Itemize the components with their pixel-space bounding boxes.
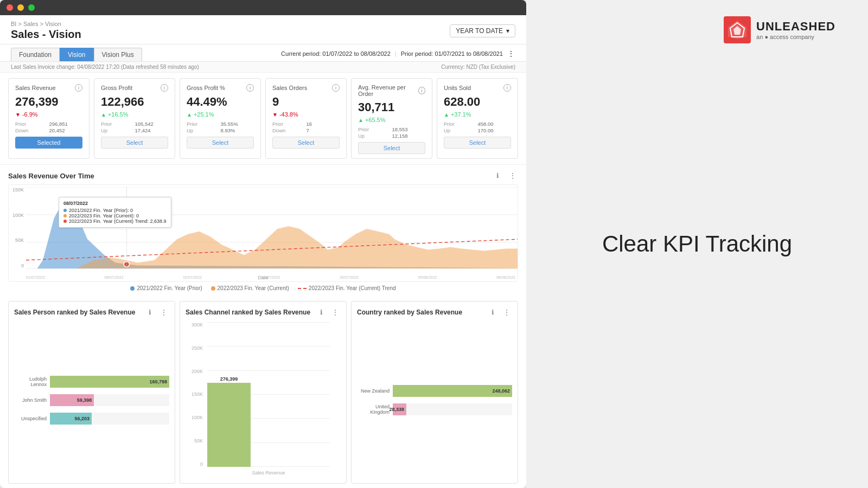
period-info: Current period: 01/07/2022 to 08/08/2022… — [281, 49, 515, 60]
page-header: BI > Sales > Vision Sales - Vision YEAR … — [0, 15, 526, 44]
kpi-select-btn-1[interactable]: Select — [101, 137, 168, 149]
kpi-change-2: ▲ +25.1% — [187, 111, 254, 118]
kpi-details-2: Prior 35.55% Up 8.93% — [187, 121, 254, 133]
bottom-chart-info-1[interactable]: ℹ — [316, 307, 327, 318]
bottom-chart-title-2: Country ranked by Sales Revenue — [357, 309, 462, 316]
kpi-info-icon-5[interactable]: i — [503, 84, 511, 92]
kpi-label-1: Gross Profit — [101, 85, 132, 91]
kpi-select-btn-4[interactable]: Select — [358, 142, 425, 154]
bar-row-0-1: John Smith 59,398 — [14, 394, 169, 406]
kpi-details-1: Prior 105,542 Up 17,424 — [101, 121, 168, 133]
bottom-charts: Sales Person ranked by Sales Revenue ℹ ⋮… — [0, 297, 526, 488]
bottom-chart-header-2: Country ranked by Sales Revenue ℹ ⋮ — [357, 307, 512, 318]
info-bar: Last Sales Invoice change: 04/08/2022 17… — [0, 62, 526, 73]
kpi-label-4: Avg. Revenue per Order — [358, 84, 418, 97]
kpi-select-btn-2[interactable]: Select — [187, 137, 254, 149]
bottom-chart-options-0[interactable]: ⋮ — [158, 307, 169, 318]
kpi-value-2: 44.49% — [187, 95, 254, 109]
chevron-down-icon: ▾ — [506, 27, 509, 35]
bar-chart-area-0: Ludolph Lennox 160,798 John Smith 59,398 — [14, 322, 169, 478]
kpi-arrow-2: ▲ — [187, 112, 192, 118]
kpi-info-icon-2[interactable]: i — [246, 84, 254, 92]
chart-info-icon[interactable]: ℹ — [492, 170, 503, 181]
kpi-label-0: Sales Revenue — [15, 85, 56, 91]
kpi-value-5: 628.00 — [444, 95, 511, 109]
tab-vision[interactable]: Vision — [60, 48, 93, 61]
kpi-select-btn-0[interactable]: Selected — [15, 137, 82, 149]
kpi-info-icon-4[interactable]: i — [418, 87, 425, 94]
bottom-chart-0: Sales Person ranked by Sales Revenue ℹ ⋮… — [8, 301, 175, 484]
bottom-chart-options-2[interactable]: ⋮ — [501, 307, 512, 318]
sales-channel-chart: 300K250K200K150K100K50K0 276,399 Sales R… — [186, 322, 341, 478]
period-options-button[interactable]: ⋮ — [507, 49, 515, 58]
kpi-change-3: ▼ -43.8% — [272, 111, 340, 118]
logo-sub: an ● access company — [756, 34, 835, 40]
minimize-dot[interactable] — [17, 4, 24, 11]
kpi-details-4: Prior 18,553 Up 12,158 — [358, 126, 425, 139]
bottom-chart-header-0: Sales Person ranked by Sales Revenue ℹ ⋮ — [14, 307, 169, 318]
bar-row-0-2: Unspecified 56,203 — [14, 413, 169, 425]
kpi-label-3: Sales Orders — [272, 85, 307, 91]
bar-row-2-1: United Kingdom 28,338 — [357, 403, 512, 415]
time-chart-section: Sales Revenue Over Time ℹ ⋮ 150K 100K 50… — [0, 165, 526, 297]
kpi-label-5: Units Sold — [444, 85, 471, 91]
kpi-change-5: ▲ +37.1% — [444, 111, 511, 118]
page-title: Sales - Vision — [11, 28, 81, 41]
tab-foundation[interactable]: Foundation — [11, 48, 60, 61]
kpi-select-btn-5[interactable]: Select — [444, 137, 511, 149]
logo-area: UNLEASHED an ● access company — [724, 16, 835, 43]
tagline: Clear KPI Tracking — [602, 229, 792, 259]
kpi-card-1: Gross Profit i 122,966 ▲ +16.5% Prior 10… — [94, 78, 175, 159]
kpi-info-icon-1[interactable]: i — [161, 84, 168, 92]
kpi-card-4: Avg. Revenue per Order i 30,711 ▲ +65.5%… — [351, 78, 432, 159]
kpi-value-1: 122,966 — [101, 95, 168, 109]
sales-channel-bar — [207, 383, 251, 467]
bottom-chart-1: Sales Channel ranked by Sales Revenue ℹ … — [180, 301, 347, 484]
bottom-chart-title-0: Sales Person ranked by Sales Revenue — [14, 309, 135, 316]
tab-vision-plus[interactable]: Vision Plus — [94, 48, 142, 61]
period-selector-button[interactable]: YEAR TO DATE ▾ — [450, 24, 515, 37]
kpi-card-3: Sales Orders i 9 ▼ -43.8% Prior 16 Down … — [265, 78, 347, 159]
kpi-arrow-3: ▼ — [272, 112, 278, 118]
title-bar — [0, 0, 526, 15]
bottom-chart-title-1: Sales Channel ranked by Sales Revenue — [186, 309, 310, 316]
time-chart-title: Sales Revenue Over Time — [8, 172, 94, 180]
bar-row-2-0: New Zealand 248,062 — [357, 385, 512, 397]
kpi-select-btn-3[interactable]: Select — [272, 137, 340, 149]
kpi-card-5: Units Sold i 628.00 ▲ +37.1% Prior 458.0… — [437, 78, 518, 159]
legend-prior: 2021/2022 Fin. Year (Prior) — [130, 285, 202, 291]
kpi-change-0: ▼ -6.9% — [15, 111, 82, 118]
legend-trend: 2022/2023 Fin. Year (Current) Trend — [298, 285, 396, 291]
bottom-chart-options-1[interactable]: ⋮ — [330, 307, 341, 318]
kpi-details-3: Prior 16 Down 7 — [272, 121, 340, 133]
kpi-details-5: Prior 458.00 Up 170.00 — [444, 121, 511, 133]
kpi-card-2: Gross Profit % i 44.49% ▲ +25.1% Prior 3… — [180, 78, 261, 159]
close-dot[interactable] — [7, 4, 13, 11]
kpi-info-icon-3[interactable]: i — [332, 84, 340, 92]
kpi-cards-section: Sales Revenue i 276,399 ▼ -6.9% Prior 29… — [0, 73, 526, 165]
legend-current: 2022/2023 Fin. Year (Current) — [211, 285, 289, 291]
y-axis-labels: 150K 100K 50K 0 — [9, 185, 26, 271]
kpi-change-1: ▲ +16.5% — [101, 111, 168, 118]
bottom-chart-header-1: Sales Channel ranked by Sales Revenue ℹ … — [186, 307, 341, 318]
bar-chart-area-2: New Zealand 248,062 United Kingdom 28,33… — [357, 322, 512, 478]
tabs-row: Foundation Vision Vision Plus Current pe… — [0, 44, 526, 62]
tab-group: Foundation Vision Vision Plus — [11, 48, 142, 61]
time-chart-area: 150K 100K 50K 0 — [8, 184, 518, 282]
kpi-arrow-0: ▼ — [15, 112, 21, 118]
kpi-value-4: 30,711 — [358, 100, 425, 114]
breadcrumb: BI > Sales > Vision — [11, 21, 81, 27]
bottom-chart-info-0[interactable]: ℹ — [144, 307, 155, 318]
kpi-value-0: 276,399 — [15, 95, 82, 109]
kpi-label-2: Gross Profit % — [187, 85, 225, 91]
chart-options-button[interactable]: ⋮ — [507, 170, 518, 181]
bottom-chart-info-2[interactable]: ℹ — [487, 307, 498, 318]
unleashed-logo-icon — [724, 16, 751, 43]
kpi-card-0: Sales Revenue i 276,399 ▼ -6.9% Prior 29… — [8, 78, 90, 159]
chart-tooltip: 08/07/2022 2021/2022 Fin. Year (Prior): … — [59, 197, 171, 228]
kpi-info-icon-0[interactable]: i — [75, 84, 82, 92]
maximize-dot[interactable] — [28, 4, 35, 11]
bottom-chart-2: Country ranked by Sales Revenue ℹ ⋮ New … — [351, 301, 518, 484]
kpi-value-3: 9 — [272, 95, 340, 109]
bar-row-0-0: Ludolph Lennox 160,798 — [14, 376, 169, 388]
